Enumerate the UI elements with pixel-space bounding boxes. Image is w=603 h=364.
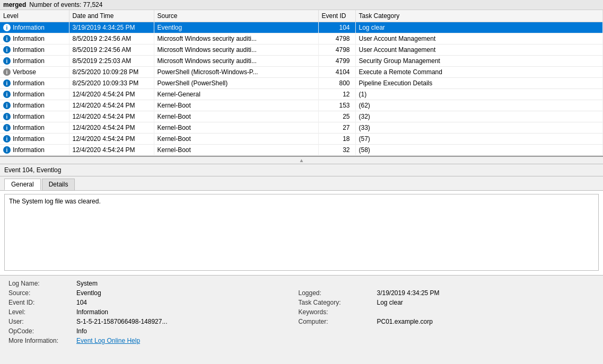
resize-handle[interactable]: ▲ <box>0 157 603 164</box>
source-cell: Kernel-Boot <box>154 122 318 134</box>
info-icon: i <box>3 79 11 87</box>
tab-details[interactable]: Details <box>42 179 75 190</box>
level-text: Information <box>13 35 45 42</box>
empty-3 <box>299 327 373 335</box>
source-value: Eventlog <box>76 289 294 297</box>
event-id-cell: 800 <box>318 78 355 89</box>
datetime-cell: 3/19/2019 4:34:25 PM <box>69 22 154 33</box>
task-category-label: Task Category: <box>299 299 373 306</box>
keywords-value <box>377 308 595 316</box>
datetime-cell: 12/4/2020 4:54:24 PM <box>69 134 154 145</box>
table-row[interactable]: iInformation12/4/2020 4:54:24 PMKernel-B… <box>0 100 603 111</box>
table-row[interactable]: iInformation12/4/2020 4:54:24 PMKernel-B… <box>0 145 603 156</box>
task-category-cell: User Account Management <box>355 45 603 56</box>
task-category-cell: (57) <box>355 134 603 145</box>
datetime-cell: 8/5/2019 2:24:56 AM <box>69 33 154 45</box>
empty-6 <box>377 337 595 344</box>
info-icon: i <box>3 102 11 109</box>
event-id-cell: 32 <box>318 145 355 156</box>
user-label: User: <box>8 318 72 325</box>
task-category-cell: (33) <box>355 122 603 134</box>
source-cell: Kernel-General <box>154 89 318 100</box>
table-row[interactable]: iInformation8/5/2019 2:24:56 AMMicrosoft… <box>0 33 603 45</box>
event-id-cell: 25 <box>318 111 355 122</box>
level-cell: iInformation <box>0 100 69 111</box>
task-category-cell: Execute a Remote Command <box>355 67 603 78</box>
level-cell: iInformation <box>0 145 69 156</box>
level-cell: iInformation <box>0 45 69 56</box>
source-cell: PowerShell (Microsoft-Windows-P... <box>154 67 318 78</box>
more-info-link[interactable]: Event Log Online Help <box>76 337 140 344</box>
level-text: Information <box>13 24 45 31</box>
event-id-cell: 153 <box>318 100 355 111</box>
verbose-icon: i <box>3 68 11 76</box>
merged-label: merged <box>3 1 26 8</box>
info-icon: i <box>3 124 11 131</box>
event-id-cell: 4799 <box>318 56 355 67</box>
event-table: Level Date and Time Source Event ID Task… <box>0 10 603 156</box>
level-cell: iInformation <box>0 78 69 89</box>
level-text: Information <box>13 91 45 98</box>
col-header-level[interactable]: Level <box>0 10 69 22</box>
table-row[interactable]: iInformation12/4/2020 4:54:24 PMKernel-B… <box>0 111 603 122</box>
col-header-datetime[interactable]: Date and Time <box>69 10 154 22</box>
table-row[interactable]: iVerbose8/25/2020 10:09:28 PMPowerShell … <box>0 67 603 78</box>
level-label: Level: <box>8 308 72 316</box>
task-category-cell: Pipeline Execution Details <box>355 78 603 89</box>
info-section: Log Name: System Source: Eventlog Logged… <box>0 276 603 349</box>
task-category-cell: (1) <box>355 89 603 100</box>
datetime-cell: 12/4/2020 4:54:24 PM <box>69 111 154 122</box>
info-grid: Log Name: System Source: Eventlog Logged… <box>8 280 595 344</box>
event-id-label: Event ID: <box>8 299 72 306</box>
level-value: Information <box>76 308 294 316</box>
table-row[interactable]: iInformation8/25/2020 10:09:33 PMPowerSh… <box>0 78 603 89</box>
col-header-source[interactable]: Source <box>154 10 318 22</box>
level-text: Information <box>13 113 45 120</box>
col-header-taskcategory[interactable]: Task Category <box>355 10 603 22</box>
detail-header: Event 104, Eventlog <box>0 164 603 176</box>
table-row[interactable]: iInformation12/4/2020 4:54:24 PMKernel-G… <box>0 89 603 100</box>
log-name-label: Log Name: <box>8 280 72 287</box>
level-cell: iInformation <box>0 22 69 33</box>
info-icon: i <box>3 135 11 143</box>
table-row[interactable]: iInformation8/5/2019 2:25:03 AMMicrosoft… <box>0 56 603 67</box>
level-text: Information <box>13 79 45 87</box>
detail-text-box: The System log file was cleared. <box>4 194 599 271</box>
table-row[interactable]: iInformation3/19/2019 4:34:25 PMEventlog… <box>0 22 603 33</box>
level-cell: iInformation <box>0 134 69 145</box>
task-category-value: Log clear <box>377 299 595 306</box>
tab-general[interactable]: General <box>4 179 41 190</box>
task-category-cell: (58) <box>355 145 603 156</box>
event-id-cell: 12 <box>318 89 355 100</box>
empty-5 <box>299 337 373 344</box>
datetime-cell: 8/5/2019 2:24:56 AM <box>69 45 154 56</box>
task-category-cell: User Account Management <box>355 33 603 45</box>
level-text: Verbose <box>13 68 36 76</box>
opcode-value: Info <box>76 327 294 335</box>
event-id-cell: 4104 <box>318 67 355 78</box>
computer-label: Computer: <box>299 318 373 325</box>
level-cell: iVerbose <box>0 67 69 78</box>
info-icon: i <box>3 24 11 31</box>
computer-value: PC01.example.corp <box>377 318 595 325</box>
event-table-container: Level Date and Time Source Event ID Task… <box>0 10 603 157</box>
source-cell: PowerShell (PowerShell) <box>154 78 318 89</box>
datetime-cell: 8/25/2020 10:09:28 PM <box>69 67 154 78</box>
detail-text: The System log file was cleared. <box>9 198 101 205</box>
event-id-cell: 4798 <box>318 33 355 45</box>
logged-label: Logged: <box>299 289 373 297</box>
datetime-cell: 12/4/2020 4:54:24 PM <box>69 100 154 111</box>
info-icon: i <box>3 113 11 120</box>
datetime-cell: 12/4/2020 4:54:24 PM <box>69 145 154 156</box>
table-row[interactable]: iInformation12/4/2020 4:54:24 PMKernel-B… <box>0 122 603 134</box>
datetime-cell: 12/4/2020 4:54:24 PM <box>69 89 154 100</box>
tabs-bar: GeneralDetails <box>0 176 603 191</box>
log-name-value: System <box>76 280 294 287</box>
col-header-eventid[interactable]: Event ID <box>318 10 355 22</box>
task-category-cell: Security Group Management <box>355 56 603 67</box>
table-row[interactable]: iInformation8/5/2019 2:24:56 AMMicrosoft… <box>0 45 603 56</box>
level-text: Information <box>13 135 45 143</box>
event-id-cell: 27 <box>318 122 355 134</box>
table-row[interactable]: iInformation12/4/2020 4:54:24 PMKernel-B… <box>0 134 603 145</box>
info-icon: i <box>3 35 11 42</box>
